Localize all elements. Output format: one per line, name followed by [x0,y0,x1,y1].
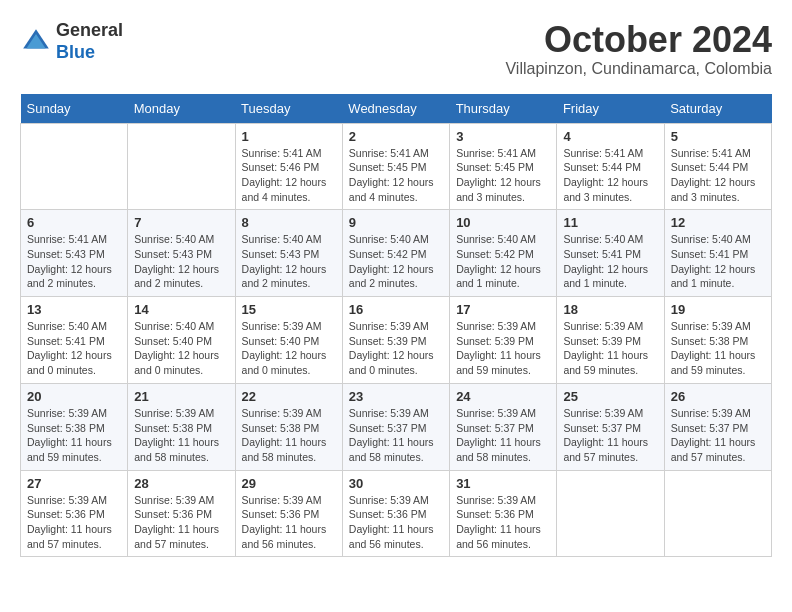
day-info: Sunrise: 5:40 AM Sunset: 5:42 PM Dayligh… [456,232,550,291]
day-number: 9 [349,215,443,230]
day-cell [21,123,128,210]
day-cell [557,470,664,557]
day-info: Sunrise: 5:40 AM Sunset: 5:42 PM Dayligh… [349,232,443,291]
day-info: Sunrise: 5:40 AM Sunset: 5:41 PM Dayligh… [27,319,121,378]
logo: General Blue [20,20,123,63]
day-cell: 11Sunrise: 5:40 AM Sunset: 5:41 PM Dayli… [557,210,664,297]
day-number: 21 [134,389,228,404]
day-cell: 24Sunrise: 5:39 AM Sunset: 5:37 PM Dayli… [450,383,557,470]
day-number: 23 [349,389,443,404]
day-info: Sunrise: 5:39 AM Sunset: 5:37 PM Dayligh… [671,406,765,465]
weekday-header-wednesday: Wednesday [342,94,449,124]
day-cell: 5Sunrise: 5:41 AM Sunset: 5:44 PM Daylig… [664,123,771,210]
day-cell: 14Sunrise: 5:40 AM Sunset: 5:40 PM Dayli… [128,297,235,384]
weekday-header-thursday: Thursday [450,94,557,124]
day-info: Sunrise: 5:41 AM Sunset: 5:44 PM Dayligh… [671,146,765,205]
day-cell: 4Sunrise: 5:41 AM Sunset: 5:44 PM Daylig… [557,123,664,210]
day-number: 8 [242,215,336,230]
day-cell: 17Sunrise: 5:39 AM Sunset: 5:39 PM Dayli… [450,297,557,384]
day-info: Sunrise: 5:39 AM Sunset: 5:39 PM Dayligh… [349,319,443,378]
day-info: Sunrise: 5:39 AM Sunset: 5:38 PM Dayligh… [134,406,228,465]
day-info: Sunrise: 5:39 AM Sunset: 5:37 PM Dayligh… [563,406,657,465]
day-number: 28 [134,476,228,491]
day-number: 1 [242,129,336,144]
week-row-5: 27Sunrise: 5:39 AM Sunset: 5:36 PM Dayli… [21,470,772,557]
day-number: 15 [242,302,336,317]
day-number: 17 [456,302,550,317]
day-number: 3 [456,129,550,144]
day-number: 22 [242,389,336,404]
month-title: October 2024 [505,20,772,60]
day-info: Sunrise: 5:39 AM Sunset: 5:38 PM Dayligh… [27,406,121,465]
week-row-2: 6Sunrise: 5:41 AM Sunset: 5:43 PM Daylig… [21,210,772,297]
day-cell: 1Sunrise: 5:41 AM Sunset: 5:46 PM Daylig… [235,123,342,210]
day-number: 29 [242,476,336,491]
day-cell: 13Sunrise: 5:40 AM Sunset: 5:41 PM Dayli… [21,297,128,384]
weekday-header-saturday: Saturday [664,94,771,124]
day-cell: 15Sunrise: 5:39 AM Sunset: 5:40 PM Dayli… [235,297,342,384]
day-cell: 26Sunrise: 5:39 AM Sunset: 5:37 PM Dayli… [664,383,771,470]
day-number: 24 [456,389,550,404]
day-number: 10 [456,215,550,230]
day-cell: 27Sunrise: 5:39 AM Sunset: 5:36 PM Dayli… [21,470,128,557]
week-row-4: 20Sunrise: 5:39 AM Sunset: 5:38 PM Dayli… [21,383,772,470]
day-info: Sunrise: 5:40 AM Sunset: 5:43 PM Dayligh… [242,232,336,291]
title-section: October 2024 Villapinzon, Cundinamarca, … [505,20,772,78]
weekday-header-row: SundayMondayTuesdayWednesdayThursdayFrid… [21,94,772,124]
calendar-table: SundayMondayTuesdayWednesdayThursdayFrid… [20,94,772,558]
day-cell: 2Sunrise: 5:41 AM Sunset: 5:45 PM Daylig… [342,123,449,210]
day-info: Sunrise: 5:39 AM Sunset: 5:36 PM Dayligh… [27,493,121,552]
day-cell: 21Sunrise: 5:39 AM Sunset: 5:38 PM Dayli… [128,383,235,470]
day-cell: 9Sunrise: 5:40 AM Sunset: 5:42 PM Daylig… [342,210,449,297]
day-info: Sunrise: 5:41 AM Sunset: 5:44 PM Dayligh… [563,146,657,205]
weekday-header-friday: Friday [557,94,664,124]
day-cell: 12Sunrise: 5:40 AM Sunset: 5:41 PM Dayli… [664,210,771,297]
day-number: 31 [456,476,550,491]
day-cell: 16Sunrise: 5:39 AM Sunset: 5:39 PM Dayli… [342,297,449,384]
day-cell: 29Sunrise: 5:39 AM Sunset: 5:36 PM Dayli… [235,470,342,557]
day-info: Sunrise: 5:39 AM Sunset: 5:36 PM Dayligh… [456,493,550,552]
day-cell: 20Sunrise: 5:39 AM Sunset: 5:38 PM Dayli… [21,383,128,470]
day-cell: 7Sunrise: 5:40 AM Sunset: 5:43 PM Daylig… [128,210,235,297]
week-row-1: 1Sunrise: 5:41 AM Sunset: 5:46 PM Daylig… [21,123,772,210]
logo-icon [20,26,52,58]
day-info: Sunrise: 5:39 AM Sunset: 5:37 PM Dayligh… [349,406,443,465]
day-number: 20 [27,389,121,404]
day-number: 16 [349,302,443,317]
day-number: 27 [27,476,121,491]
day-cell: 31Sunrise: 5:39 AM Sunset: 5:36 PM Dayli… [450,470,557,557]
day-cell: 22Sunrise: 5:39 AM Sunset: 5:38 PM Dayli… [235,383,342,470]
day-info: Sunrise: 5:40 AM Sunset: 5:40 PM Dayligh… [134,319,228,378]
day-number: 13 [27,302,121,317]
day-cell: 23Sunrise: 5:39 AM Sunset: 5:37 PM Dayli… [342,383,449,470]
day-info: Sunrise: 5:41 AM Sunset: 5:43 PM Dayligh… [27,232,121,291]
weekday-header-monday: Monday [128,94,235,124]
day-number: 5 [671,129,765,144]
day-number: 30 [349,476,443,491]
page-header: General Blue October 2024 Villapinzon, C… [20,20,772,78]
logo-text: General Blue [56,20,123,63]
day-number: 6 [27,215,121,230]
week-row-3: 13Sunrise: 5:40 AM Sunset: 5:41 PM Dayli… [21,297,772,384]
day-number: 2 [349,129,443,144]
day-number: 26 [671,389,765,404]
location: Villapinzon, Cundinamarca, Colombia [505,60,772,78]
day-number: 7 [134,215,228,230]
day-number: 14 [134,302,228,317]
day-info: Sunrise: 5:41 AM Sunset: 5:46 PM Dayligh… [242,146,336,205]
day-number: 18 [563,302,657,317]
day-info: Sunrise: 5:39 AM Sunset: 5:40 PM Dayligh… [242,319,336,378]
day-info: Sunrise: 5:40 AM Sunset: 5:41 PM Dayligh… [563,232,657,291]
day-cell [128,123,235,210]
day-info: Sunrise: 5:39 AM Sunset: 5:38 PM Dayligh… [242,406,336,465]
day-number: 4 [563,129,657,144]
day-info: Sunrise: 5:39 AM Sunset: 5:38 PM Dayligh… [671,319,765,378]
day-number: 12 [671,215,765,230]
day-info: Sunrise: 5:39 AM Sunset: 5:36 PM Dayligh… [134,493,228,552]
day-info: Sunrise: 5:40 AM Sunset: 5:41 PM Dayligh… [671,232,765,291]
day-number: 19 [671,302,765,317]
day-info: Sunrise: 5:39 AM Sunset: 5:37 PM Dayligh… [456,406,550,465]
day-cell: 28Sunrise: 5:39 AM Sunset: 5:36 PM Dayli… [128,470,235,557]
day-info: Sunrise: 5:39 AM Sunset: 5:39 PM Dayligh… [456,319,550,378]
day-cell: 8Sunrise: 5:40 AM Sunset: 5:43 PM Daylig… [235,210,342,297]
